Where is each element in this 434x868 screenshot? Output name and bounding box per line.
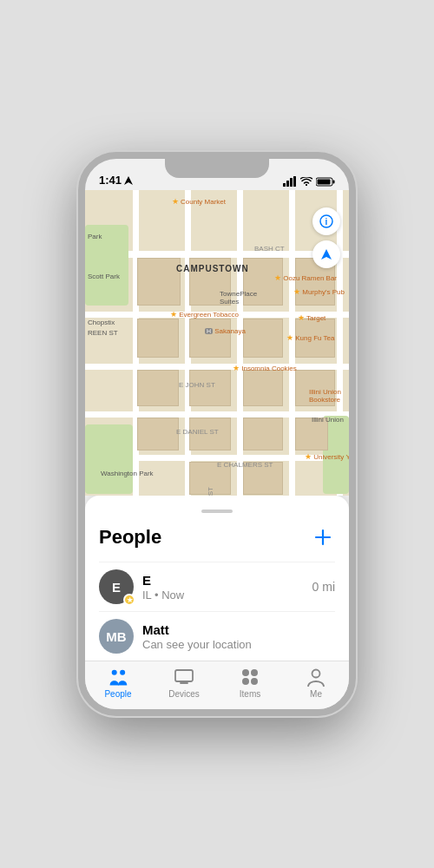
- star-badge-e: ★: [123, 594, 135, 606]
- building-11: [243, 370, 283, 406]
- avatar-initials-matt: MB: [106, 629, 126, 644]
- avatar-e: E ★: [99, 569, 134, 604]
- washington-park: [85, 424, 133, 494]
- svg-rect-1: [283, 183, 286, 187]
- person-dist-e: 0 mi: [312, 580, 335, 594]
- person-sub-e: IL • Now: [142, 589, 304, 602]
- chopstix-label: Chopstix: [88, 319, 115, 326]
- people-icon: [108, 667, 128, 687]
- building-1: [137, 258, 181, 306]
- svg-rect-2: [286, 181, 289, 187]
- tab-label-me: Me: [310, 689, 322, 699]
- people-tab-icon: [108, 667, 128, 687]
- person-name-e: E: [142, 573, 304, 588]
- location-arrow-icon: [124, 176, 133, 185]
- sheet-handle: [201, 510, 233, 513]
- svg-rect-3: [290, 178, 293, 187]
- tab-me[interactable]: Me: [293, 667, 340, 699]
- svg-rect-16: [175, 670, 193, 681]
- svg-point-19: [242, 669, 249, 676]
- svg-point-21: [242, 678, 249, 685]
- items-tab-icon: [240, 667, 260, 687]
- tab-label-devices: Devices: [168, 689, 200, 699]
- building-2: [189, 258, 231, 306]
- building-5: [137, 319, 179, 358]
- person-row-matt[interactable]: MB Matt Can see your location: [99, 611, 335, 661]
- building-10: [189, 370, 231, 406]
- building-13: [137, 418, 179, 450]
- notch: [165, 159, 269, 178]
- person-sub-matt: Can see your location: [142, 638, 326, 651]
- location-button[interactable]: [312, 240, 340, 268]
- me-tab-icon: [306, 667, 326, 687]
- wifi-icon: [300, 177, 312, 187]
- building-12: [295, 370, 335, 406]
- tab-label-items: Items: [240, 689, 260, 699]
- person-info-matt: Matt Can see your location: [134, 622, 335, 651]
- sheet-header: People: [99, 525, 335, 549]
- building-7: [243, 319, 283, 358]
- person-row-e[interactable]: E ★ E IL • Now 0 mi: [99, 562, 335, 611]
- street-h-2: [85, 312, 349, 318]
- scott-park: [85, 255, 128, 306]
- building-6: [189, 319, 231, 358]
- svg-rect-7: [333, 180, 335, 183]
- sheet-title: People: [99, 526, 161, 549]
- building-17: [189, 462, 231, 495]
- street-h-3: [85, 364, 349, 370]
- svg-marker-11: [321, 249, 332, 260]
- items-icon: [240, 667, 260, 687]
- svg-point-20: [251, 669, 258, 676]
- svg-rect-8: [318, 179, 331, 184]
- street-h-4: [85, 411, 349, 418]
- person-name-matt: Matt: [142, 622, 326, 637]
- svg-point-15: [120, 670, 125, 675]
- person-info-e: E IL • Now: [134, 573, 312, 602]
- info-button[interactable]: i: [312, 207, 340, 235]
- building-8: [295, 319, 335, 358]
- tab-bar: People Devices It: [85, 661, 349, 709]
- building-16: [295, 418, 328, 450]
- status-time: 1:41: [99, 174, 133, 187]
- svg-point-14: [112, 670, 117, 675]
- tab-devices[interactable]: Devices: [161, 667, 208, 699]
- info-icon: i: [319, 214, 333, 228]
- plus-icon: [313, 528, 332, 547]
- tab-label-people: People: [104, 689, 131, 699]
- status-icons: [283, 176, 335, 187]
- add-person-button[interactable]: [311, 525, 335, 549]
- signal-icon: [283, 176, 297, 187]
- avatar-matt: MB: [99, 619, 134, 654]
- building-9: [137, 370, 179, 406]
- svg-rect-4: [293, 176, 296, 187]
- devices-icon: [174, 668, 194, 686]
- map-area[interactable]: CAMPUSTOWN ★County Market ★ Oozu Ramen B…: [85, 190, 349, 496]
- devices-tab-icon: [174, 667, 194, 687]
- battery-icon: [316, 177, 335, 187]
- county-market-label: ★County Market: [172, 197, 226, 206]
- building-15: [243, 418, 283, 450]
- phone-frame: 1:41: [78, 152, 356, 716]
- bottom-sheet: People E ★ E IL • Now 0 mi MB: [85, 496, 349, 661]
- avatar-initials-e: E: [112, 580, 121, 595]
- building-18: [243, 462, 283, 495]
- reen-st-label: REEN ST: [88, 329, 118, 337]
- svg-text:i: i: [326, 217, 328, 227]
- svg-marker-0: [124, 176, 133, 185]
- building-3: [243, 258, 283, 306]
- tab-people[interactable]: People: [95, 667, 142, 699]
- arrow-icon: [319, 247, 333, 261]
- street-v-4: [289, 190, 295, 496]
- clock: 1:41: [99, 174, 122, 187]
- tab-items[interactable]: Items: [227, 667, 274, 699]
- building-14: [189, 418, 231, 450]
- svg-point-23: [312, 670, 320, 678]
- svg-point-22: [251, 678, 258, 685]
- svg-point-5: [306, 184, 307, 186]
- street-v-3: [237, 190, 243, 496]
- me-icon: [306, 667, 326, 687]
